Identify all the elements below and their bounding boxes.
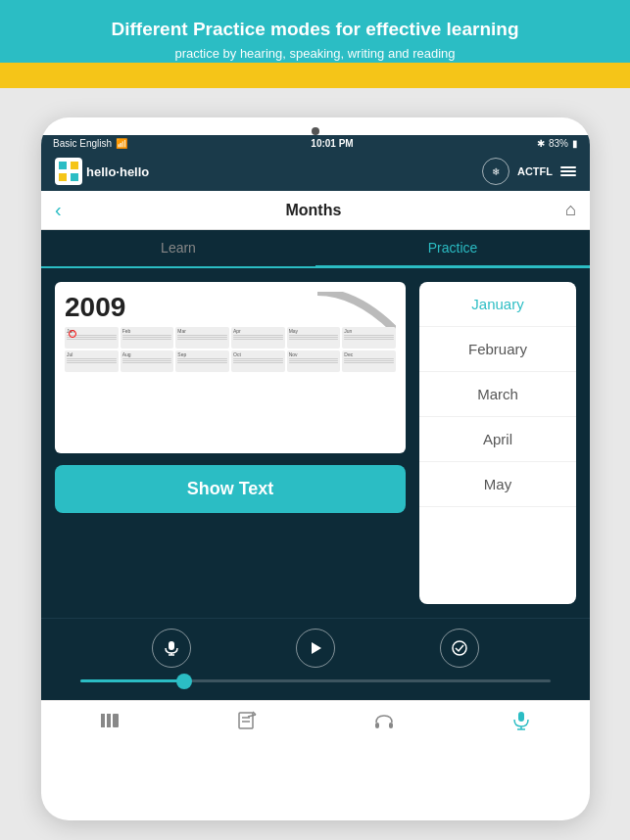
cal-month-sep: Sep <box>175 350 229 372</box>
logo-container: hello·hello <box>55 158 149 185</box>
svg-rect-3 <box>71 173 78 181</box>
calendar-grid: Jan Feb Mar <box>65 327 396 372</box>
wifi-icon: 📶 <box>116 138 127 149</box>
cal-month-may: May <box>287 327 341 349</box>
carrier-name: Basic English <box>53 138 112 149</box>
main-content: Learn Practice 2009 <box>41 230 590 700</box>
yellow-accent <box>0 63 630 76</box>
svg-rect-2 <box>71 162 78 169</box>
battery-icon: ▮ <box>572 138 578 149</box>
actfl-logo: ❄ <box>482 158 509 185</box>
svg-rect-0 <box>59 162 67 169</box>
play-icon <box>309 641 322 655</box>
cal-month-feb: Feb <box>121 327 174 349</box>
tab-practice[interactable]: Practice <box>315 230 590 268</box>
svg-rect-11 <box>113 714 119 727</box>
nav-item-speak[interactable] <box>509 709 533 732</box>
progress-container <box>41 679 590 682</box>
app-logo-text: hello·hello <box>86 164 149 179</box>
menu-button[interactable] <box>560 166 576 176</box>
camera-dot <box>312 127 319 135</box>
cal-month-jul: Jul <box>65 350 119 372</box>
svg-rect-12 <box>239 713 253 728</box>
library-icon <box>98 709 121 732</box>
calendar-decoration <box>317 292 396 331</box>
speak-icon <box>509 709 533 732</box>
headphones-icon <box>372 709 396 732</box>
svg-rect-10 <box>107 714 111 727</box>
mic-icon <box>164 640 179 656</box>
svg-rect-1 <box>59 173 67 181</box>
word-list-panel: January February March April May <box>419 282 576 604</box>
battery-level: 83% <box>549 138 568 149</box>
cal-highlight <box>69 330 76 338</box>
cal-month-mar: Mar <box>175 327 229 349</box>
nav-item-listen[interactable] <box>372 709 396 732</box>
svg-rect-19 <box>518 712 524 722</box>
check-icon <box>452 640 467 656</box>
check-button[interactable] <box>440 629 479 668</box>
bottom-nav <box>41 700 590 738</box>
progress-track[interactable] <box>80 679 551 682</box>
cal-month-oct: Oct <box>231 350 285 372</box>
control-buttons <box>41 629 590 668</box>
cal-month-jan: Jan <box>65 327 119 349</box>
cal-month-nov: Nov <box>287 350 341 372</box>
status-left: Basic English 📶 <box>53 138 127 149</box>
left-panel: 2009 Jan <box>55 282 406 604</box>
top-banner: Different Practice modes for effective l… <box>0 0 630 76</box>
cal-month-aug: Aug <box>121 350 174 372</box>
status-time: 10:01 PM <box>311 138 353 149</box>
svg-rect-9 <box>101 714 105 727</box>
tab-learn[interactable]: Learn <box>41 230 315 266</box>
play-button[interactable] <box>296 629 335 668</box>
bluetooth-icon: ✱ <box>537 138 545 149</box>
header-right: ❄ ACTFL <box>482 158 576 185</box>
progress-thumb[interactable] <box>176 674 192 689</box>
word-item-april[interactable]: April <box>419 417 576 462</box>
cal-month-jun: Jun <box>342 327 396 349</box>
svg-rect-17 <box>375 723 379 728</box>
word-item-may[interactable]: May <box>419 462 576 507</box>
status-bar: Basic English 📶 10:01 PM ✱ 83% ▮ <box>41 135 590 152</box>
app-header: hello·hello ❄ ACTFL <box>41 152 590 191</box>
mic-button[interactable] <box>152 629 191 668</box>
progress-fill <box>80 679 184 682</box>
back-button[interactable]: ‹ <box>55 199 62 221</box>
calendar-image: 2009 Jan <box>55 282 406 453</box>
banner-title: Different Practice modes for effective l… <box>39 18 591 42</box>
cal-month-dec: Dec <box>342 350 396 372</box>
svg-rect-18 <box>389 723 393 728</box>
word-item-january[interactable]: January <box>419 282 576 327</box>
svg-marker-7 <box>312 642 321 654</box>
actfl-text: ACTFL <box>517 165 553 177</box>
cal-month-apr: Apr <box>231 327 285 349</box>
page-title: Months <box>285 202 341 219</box>
home-button[interactable]: ⌂ <box>565 200 576 220</box>
tablet-frame: Basic English 📶 10:01 PM ✱ 83% ▮ hello·h… <box>41 117 590 820</box>
nav-item-library[interactable] <box>98 709 121 732</box>
word-item-february[interactable]: February <box>419 327 576 372</box>
content-panels: 2009 Jan <box>41 268 590 618</box>
word-list: January February March April May <box>419 282 576 507</box>
app-logo-icon <box>55 158 82 185</box>
status-right: ✱ 83% ▮ <box>537 138 578 149</box>
svg-point-8 <box>453 641 466 655</box>
tab-bar: Learn Practice <box>41 230 590 268</box>
svg-rect-4 <box>169 641 174 650</box>
write-icon <box>235 709 259 732</box>
banner-subtitle: practice by hearing, speaking, writing a… <box>39 46 591 61</box>
bottom-controls <box>41 618 590 700</box>
nav-item-write[interactable] <box>235 709 259 732</box>
show-text-button[interactable]: Show Text <box>55 465 406 513</box>
nav-bar: ‹ Months ⌂ <box>41 191 590 230</box>
svg-line-16 <box>248 715 256 717</box>
word-item-march[interactable]: March <box>419 372 576 417</box>
